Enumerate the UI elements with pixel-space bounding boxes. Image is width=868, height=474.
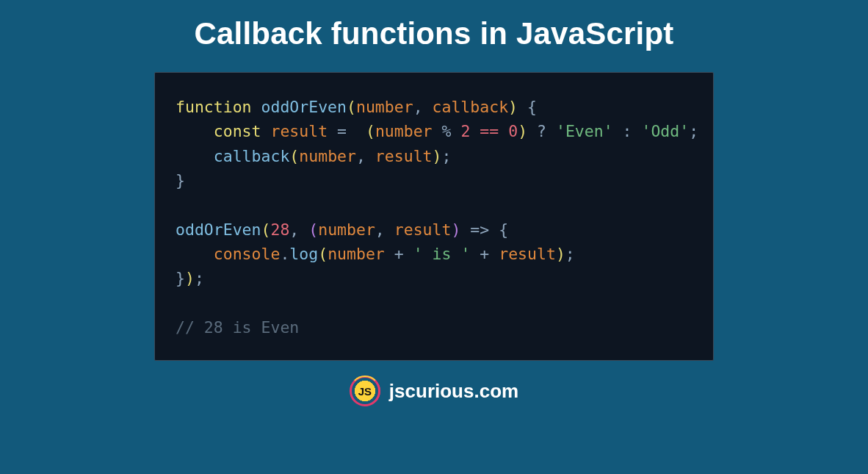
console: console xyxy=(214,245,281,263)
number-literal: 2 xyxy=(460,122,470,140)
string-literal: 'Odd' xyxy=(641,122,689,140)
string-literal: 'Even' xyxy=(556,122,613,140)
var-result: result xyxy=(270,122,328,140)
keyword-const: const xyxy=(214,122,261,140)
param-number: number xyxy=(356,98,413,116)
number-literal: 28 xyxy=(270,220,289,239)
code-block: function oddOrEven(number, callback) { c… xyxy=(154,72,714,361)
logo-text: JS xyxy=(358,385,372,398)
call-oddoreven: oddOrEven xyxy=(176,220,261,239)
logo-icon: JS xyxy=(350,376,380,406)
string-literal: ' is ' xyxy=(413,245,471,263)
param-callback: callback xyxy=(433,98,509,116)
keyword-function: function xyxy=(176,98,252,116)
site-name: jscurious.com xyxy=(389,380,518,403)
comment: // 28 is Even xyxy=(176,318,299,337)
function-name: oddOrEven xyxy=(261,98,347,116)
call-callback: callback xyxy=(214,147,290,165)
log: log xyxy=(289,245,318,263)
arrow: => xyxy=(470,220,489,239)
number-literal: 0 xyxy=(508,122,518,140)
page-title: Callback functions in JavaScript xyxy=(195,16,674,51)
footer: JS jscurious.com xyxy=(350,376,518,406)
